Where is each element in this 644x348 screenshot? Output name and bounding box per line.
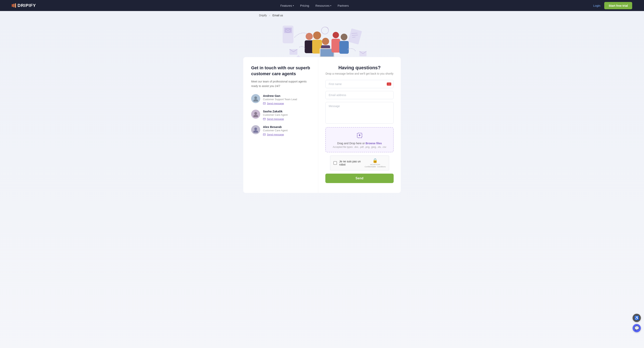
logo[interactable]: DRIPIFY: [12, 3, 36, 8]
svg-point-40: [253, 130, 258, 133]
error-indicator: ···: [387, 82, 391, 86]
mail-icon: [263, 102, 266, 105]
contact-form-panel: Having questions? Drop a message below a…: [318, 57, 401, 193]
accessibility-widget[interactable]: ♿: [632, 314, 641, 322]
svg-point-33: [254, 96, 257, 99]
svg-point-15: [313, 32, 321, 39]
logo-stripes: [12, 3, 16, 8]
captcha-checkbox[interactable]: [334, 161, 337, 165]
email-input[interactable]: [325, 91, 394, 99]
breadcrumb-parent[interactable]: Dripify: [259, 14, 267, 17]
svg-marker-32: [296, 55, 300, 57]
agent-list: Andrew Gan Customer Support Team Lead Se…: [251, 94, 310, 136]
svg-rect-23: [332, 39, 340, 52]
nav-features-label: Features: [280, 4, 292, 7]
svg-point-37: [253, 115, 258, 117]
svg-point-17: [322, 38, 329, 45]
send-label: Send message: [267, 102, 284, 105]
svg-point-39: [254, 128, 257, 130]
agent-info: Andrew Gan Customer Support Team Lead Se…: [263, 94, 297, 105]
nav-partners[interactable]: Partners: [338, 4, 349, 7]
dropzone-text: Drag and Drop here or Browse files: [330, 142, 389, 145]
message-textarea[interactable]: [325, 102, 394, 124]
nav-features[interactable]: Features ▾: [280, 4, 294, 7]
left-panel: Get in touch with our superb customer ca…: [243, 57, 318, 193]
recaptcha-logo: 🔒 reCAPTCHAConfidentialité · Conditions: [364, 158, 386, 168]
breadcrumb-separator: ›: [269, 14, 271, 17]
svg-point-13: [306, 33, 313, 40]
captcha-label: Je ne suis pas un robot: [339, 160, 362, 166]
first-name-field: ···: [325, 80, 394, 88]
agent-role: Customer Care Agent: [263, 129, 288, 132]
mail-icon: [263, 133, 266, 136]
hero-illustration: [204, 20, 440, 57]
browse-files-link[interactable]: Browse files: [366, 142, 382, 145]
logo-text: DRIPIFY: [18, 3, 36, 8]
nav-actions: Login Start free trial: [593, 2, 632, 9]
agent-item: Andrew Gan Customer Support Team Lead Se…: [251, 94, 310, 105]
breadcrumb-current: Email us: [272, 14, 283, 17]
agent-info: Alex Besarab Customer Care Agent Send me…: [263, 125, 288, 136]
nav-links: Features ▾ Pricing Resources ▾ Partners: [280, 4, 349, 7]
svg-point-22: [333, 32, 339, 38]
mail-icon: [263, 118, 266, 120]
svg-rect-5: [348, 28, 362, 44]
send-label: Send message: [267, 133, 284, 136]
captcha-wrapper: Je ne suis pas un robot 🔒 reCAPTCHAConfi…: [325, 156, 394, 170]
nav-resources-label: Resources: [316, 4, 330, 7]
main-content: Get in touch with our superb customer ca…: [204, 57, 440, 205]
svg-point-12: [322, 27, 328, 34]
accepted-types-text: Accepted file types: .doc, .pdf, .png, .…: [330, 146, 389, 148]
send-label: Send message: [267, 118, 284, 120]
logo-stripe-1: [12, 4, 13, 7]
login-button[interactable]: Login: [593, 4, 600, 7]
floating-widgets: ♿ 💬: [632, 314, 641, 332]
avatar: [251, 125, 260, 134]
logo-stripe-2: [14, 4, 14, 7]
left-panel-description: Meet our team of professional support ag…: [251, 79, 310, 88]
avatar: [251, 110, 260, 119]
message-field: [325, 102, 394, 124]
agent-role: Customer Support Team Lead: [263, 98, 297, 101]
agent-info: Sasha Zakalik Customer Care Agent Send m…: [263, 110, 288, 120]
dropzone-main-text: Drag and Drop here or: [337, 142, 366, 145]
features-chevron-icon: ▾: [293, 4, 294, 7]
avatar: [251, 94, 260, 103]
nav-pricing[interactable]: Pricing: [300, 4, 309, 7]
navbar: DRIPIFY Features ▾ Pricing Resources ▾ P…: [0, 0, 644, 11]
agent-send-message[interactable]: Send message: [263, 102, 297, 105]
logo-stripe-3: [15, 3, 16, 8]
svg-point-34: [253, 99, 258, 102]
discord-chat-widget[interactable]: 💬: [632, 324, 641, 332]
recaptcha-icon: 🔒: [372, 158, 378, 163]
agent-send-message[interactable]: Send message: [263, 133, 288, 136]
email-field: [325, 91, 394, 99]
agent-name: Sasha Zakalik: [263, 110, 288, 113]
agent-name: Alex Besarab: [263, 125, 288, 128]
upload-icon: [330, 132, 389, 140]
svg-point-36: [254, 112, 257, 115]
file-dropzone[interactable]: Drag and Drop here or Browse files Accep…: [325, 127, 394, 152]
agent-send-message[interactable]: Send message: [263, 118, 288, 120]
svg-rect-25: [339, 41, 349, 54]
svg-point-24: [341, 34, 348, 40]
nav-resources[interactable]: Resources ▾: [316, 4, 332, 7]
breadcrumb: Dripify › Email us: [204, 11, 440, 20]
captcha-box: Je ne suis pas un robot 🔒 reCAPTCHAConfi…: [330, 156, 389, 170]
form-title: Having questions?: [325, 65, 394, 70]
start-trial-button[interactable]: Start free trial: [604, 2, 632, 9]
agent-item: Sasha Zakalik Customer Care Agent Send m…: [251, 110, 310, 120]
nav-pricing-label: Pricing: [300, 4, 309, 7]
agent-name: Andrew Gan: [263, 94, 297, 98]
nav-partners-label: Partners: [338, 4, 349, 7]
left-panel-heading: Get in touch with our superb customer ca…: [251, 65, 310, 76]
form-subtitle: Drop a message below and we'll get back …: [325, 72, 394, 75]
recaptcha-text: reCAPTCHAConfidentialité · Conditions: [364, 164, 386, 168]
send-button[interactable]: Send: [325, 174, 394, 183]
first-name-input[interactable]: [325, 80, 394, 88]
resources-chevron-icon: ▾: [330, 4, 331, 7]
agent-role: Customer Care Agent: [263, 114, 288, 116]
agent-item: Alex Besarab Customer Care Agent Send me…: [251, 125, 310, 136]
